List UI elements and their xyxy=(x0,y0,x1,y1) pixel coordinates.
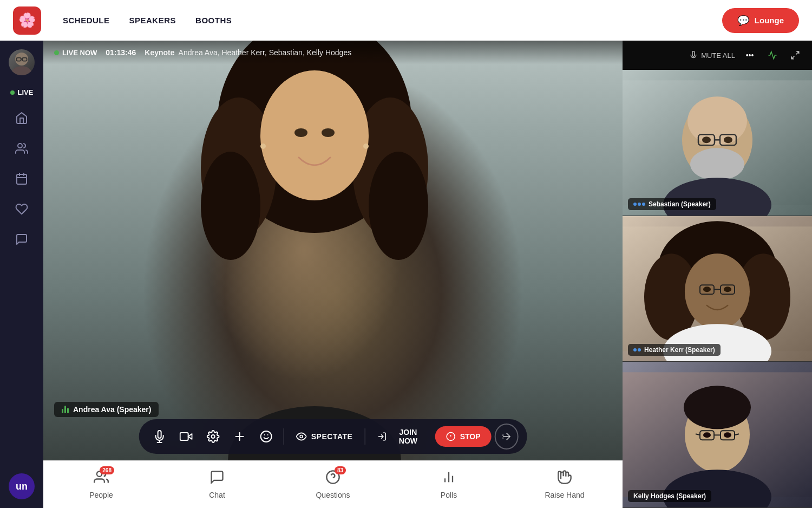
logo[interactable]: 🌸 xyxy=(13,6,41,35)
main-area: LIVE un xyxy=(0,41,812,508)
svg-point-18 xyxy=(260,144,266,149)
right-panel-header: MUTE ALL ••• xyxy=(623,41,812,70)
tab-people-label: People xyxy=(89,491,113,499)
svg-point-73 xyxy=(703,433,711,438)
spectate-button[interactable]: SPECTATE xyxy=(290,427,359,446)
svg-point-74 xyxy=(724,433,731,438)
effects-button[interactable] xyxy=(495,424,519,450)
microphone-button[interactable] xyxy=(148,424,171,450)
sound-bar-1 xyxy=(62,409,63,413)
sebastian-audio-indicator xyxy=(633,203,645,206)
camera-button[interactable] xyxy=(174,424,198,450)
heather-label: Heather Kerr (Speaker) xyxy=(628,344,721,356)
add-button[interactable] xyxy=(228,424,251,450)
tab-raise-hand[interactable]: Raise Hand xyxy=(507,461,623,508)
tab-chat-label: Chat xyxy=(209,491,225,499)
svg-point-47 xyxy=(690,148,744,180)
sidebar-item-favorites[interactable] xyxy=(9,196,35,222)
nav-booths[interactable]: BOOTHS xyxy=(195,16,232,25)
nav-schedule[interactable]: SCHEDULE xyxy=(63,16,110,25)
tab-polls-label: Polls xyxy=(441,491,457,499)
svg-point-62 xyxy=(703,286,711,292)
sidebar-item-chat[interactable] xyxy=(9,226,35,252)
live-label: LIVE xyxy=(18,88,34,96)
svg-rect-24 xyxy=(180,433,188,440)
signal-button[interactable] xyxy=(764,47,781,63)
join-now-button[interactable]: JOIN NOW xyxy=(370,424,431,450)
session-timer: 01:13:46 xyxy=(106,48,136,57)
expand-button[interactable] xyxy=(787,47,803,63)
svg-point-1 xyxy=(11,66,32,75)
mute-all-button[interactable]: MUTE ALL xyxy=(689,51,735,60)
questions-badge: 83 xyxy=(335,466,346,474)
svg-rect-6 xyxy=(17,174,27,184)
svg-point-52 xyxy=(724,136,732,143)
speaker-tile-heather: Heather Kerr (Speaker) xyxy=(623,216,812,362)
polls-icon xyxy=(441,470,456,489)
questions-icon: 83 xyxy=(325,470,340,489)
sound-bar-2 xyxy=(64,406,66,413)
live-status: LIVE NOW xyxy=(62,49,97,57)
svg-point-51 xyxy=(702,136,711,143)
live-dot xyxy=(10,90,15,95)
settings-button[interactable] xyxy=(201,424,225,450)
tab-raise-hand-label: Raise Hand xyxy=(545,491,584,499)
heather-video-bg xyxy=(623,216,812,362)
tab-questions-label: Questions xyxy=(316,491,350,499)
main-video: LIVE NOW 01:13:46 Keynote Andrea Ava, He… xyxy=(43,41,623,460)
svg-point-19 xyxy=(363,144,369,149)
video-container: LIVE NOW 01:13:46 Keynote Andrea Ava, He… xyxy=(43,41,623,508)
join-now-label: JOIN NOW xyxy=(391,428,425,445)
mute-all-label: MUTE ALL xyxy=(701,51,735,60)
divider-1 xyxy=(284,428,284,445)
kelly-label: Kelly Hodges (Speaker) xyxy=(628,490,711,502)
tab-chat[interactable]: Chat xyxy=(159,461,275,508)
tab-questions[interactable]: 83 Questions xyxy=(275,461,391,508)
svg-point-15 xyxy=(260,70,369,200)
logo-icon: 🌸 xyxy=(18,12,36,29)
svg-point-14 xyxy=(369,152,428,260)
lounge-button[interactable]: 💬 Lounge xyxy=(722,8,799,33)
sebastian-name: Sebastian (Speaker) xyxy=(649,200,711,208)
svg-point-17 xyxy=(322,128,335,137)
dot-2 xyxy=(638,348,641,351)
svg-point-5 xyxy=(18,144,22,148)
hair xyxy=(201,41,428,287)
nav-speakers[interactable]: SPEAKERS xyxy=(129,16,176,25)
right-panel: MUTE ALL ••• xyxy=(623,41,812,508)
svg-point-12 xyxy=(201,152,260,260)
top-navigation: 🌸 SCHEDULE SPEAKERS BOOTHS 💬 Lounge xyxy=(0,0,812,41)
svg-marker-23 xyxy=(188,434,192,439)
dot-2 xyxy=(638,203,641,206)
sound-bar-3 xyxy=(67,408,69,413)
people-badge: 268 xyxy=(100,466,114,474)
kelly-video-bg xyxy=(623,362,812,507)
divider-2 xyxy=(364,428,365,445)
svg-point-28 xyxy=(261,431,272,442)
speaker-tile-sebastian: Sebastian (Speaker) xyxy=(623,70,812,216)
stop-button[interactable]: STOP xyxy=(435,426,492,447)
more-options-button[interactable]: ••• xyxy=(742,47,758,63)
sidebar-item-home[interactable] xyxy=(9,105,35,131)
people-icon: 268 xyxy=(94,470,109,489)
bottom-tab-bar: 268 People Chat 83 Questions xyxy=(43,460,623,508)
live-badge: LIVE NOW xyxy=(54,49,97,57)
raise-hand-icon xyxy=(557,470,572,489)
brand-icon[interactable]: un xyxy=(9,473,35,499)
speaker-tile-kelly: Kelly Hodges (Speaker) xyxy=(623,362,812,508)
svg-point-58 xyxy=(685,253,750,329)
sidebar-item-people[interactable] xyxy=(9,135,35,161)
sebastian-video-bg xyxy=(623,70,812,216)
svg-point-16 xyxy=(294,128,307,137)
session-info: Keynote Andrea Ava, Heather Kerr, Sebast… xyxy=(145,48,351,57)
lounge-icon: 💬 xyxy=(737,15,749,27)
sebastian-label: Sebastian (Speaker) xyxy=(628,198,716,210)
sidebar-item-schedule[interactable] xyxy=(9,166,35,192)
spectate-label: SPECTATE xyxy=(311,432,353,441)
tab-people[interactable]: 268 People xyxy=(43,461,159,508)
emoji-button[interactable] xyxy=(254,424,278,450)
controls-bar: SPECTATE JOIN NOW STOP xyxy=(139,419,527,454)
svg-point-63 xyxy=(724,286,731,292)
live-badge-dot xyxy=(54,50,59,55)
tab-polls[interactable]: Polls xyxy=(391,461,507,508)
